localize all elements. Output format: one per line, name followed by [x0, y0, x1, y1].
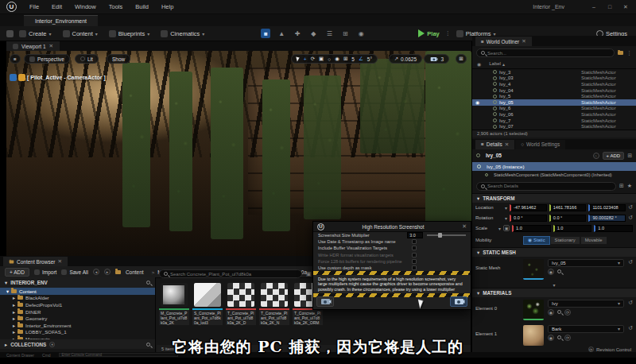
save-all-button[interactable]: Save All: [61, 269, 88, 275]
multiplier-value-field[interactable]: 3.0: [407, 232, 422, 238]
sources-header[interactable]: ▾INTERIOR_ENV: [0, 277, 155, 288]
create-button[interactable]: Create▾: [14, 30, 57, 37]
add-component-button[interactable]: + ADD: [603, 152, 625, 160]
rotate-tool-icon[interactable]: ⟳: [311, 56, 315, 62]
reset-mesh-icon[interactable]: ↺: [628, 259, 633, 265]
reset-material0-icon[interactable]: ↺: [628, 300, 633, 306]
save-icon[interactable]: [6, 30, 14, 37]
material-options-icon[interactable]: ⟳: [564, 309, 571, 316]
rotation-label[interactable]: Rotation: [475, 215, 502, 220]
new-folder-icon[interactable]: [618, 51, 623, 55]
specify-region-button[interactable]: [316, 296, 334, 307]
grid-snap-value[interactable]: 5: [351, 56, 355, 62]
maximize-viewport-button[interactable]: ⊞: [456, 54, 467, 64]
mobility-movable-button[interactable]: Movable: [580, 236, 607, 245]
modes-landscape-icon[interactable]: ▲: [277, 29, 286, 38]
eject-pilot-icon[interactable]: [18, 74, 25, 81]
material1-dropdown[interactable]: Bark▾: [548, 325, 624, 333]
rotation-z-field[interactable]: 90.000282 °: [588, 215, 626, 222]
outliner-tab-close-icon[interactable]: ✕: [522, 38, 525, 45]
menu-window[interactable]: Window: [68, 3, 103, 10]
outliner-search-input[interactable]: [487, 51, 610, 56]
outliner-row[interactable]: Ivy_6StaticMeshActor: [472, 106, 636, 112]
browse-to-icon[interactable]: [557, 310, 561, 314]
modes-brush-icon[interactable]: ⊞: [340, 29, 350, 38]
outliner-search[interactable]: [476, 48, 615, 57]
minimize-icon[interactable]: –: [588, 2, 599, 11]
viewport-options-button[interactable]: ≡: [10, 54, 21, 64]
location-y-field[interactable]: 1461.78166: [549, 204, 587, 211]
outliner-row[interactable]: Ivy_03StaticMeshActor: [472, 76, 636, 82]
tab-world-settings[interactable]: ○ World Settings: [515, 140, 565, 149]
maximize-icon[interactable]: □: [604, 2, 615, 11]
back-icon[interactable]: ◂: [93, 269, 99, 275]
content-button[interactable]: Content▾: [57, 30, 103, 37]
menu-file[interactable]: File: [23, 3, 45, 10]
import-button[interactable]: Import: [34, 269, 56, 275]
outliner-row[interactable]: Ivy_4StaticMeshActor: [472, 81, 636, 87]
material0-dropdown[interactable]: Ivy▾: [548, 300, 624, 308]
location-z-field[interactable]: 1101.023408: [588, 204, 626, 211]
play-button[interactable]: Play: [413, 29, 444, 37]
dialog-close-icon[interactable]: ✕: [462, 223, 467, 230]
rotation-y-field[interactable]: 0.0 °: [549, 215, 587, 222]
menu-build[interactable]: Build: [129, 3, 155, 10]
cinematics-button[interactable]: Cinematics▾: [155, 30, 210, 37]
camera-shortcuts-button[interactable]: 3: [424, 54, 449, 64]
camera-speed-button[interactable]: ↗ 0.0625: [389, 54, 422, 64]
play-options-kebab-icon[interactable]: ⋮: [445, 30, 451, 37]
add-button[interactable]: + ADD: [5, 268, 29, 277]
scale-lock-icon[interactable]: ▣: [503, 225, 510, 231]
tab-details[interactable]: ≡ Details ✕: [475, 140, 514, 149]
asset-tile-texture[interactable]: T_Concrete_Plant_Pot_ul7d8k0a_2K_N: [259, 281, 289, 325]
component-row[interactable]: StaticMeshComponent (StaticMeshComponent…: [472, 171, 636, 180]
rotation-snap-value[interactable]: 5°: [367, 56, 372, 62]
rotation-snap-icon[interactable]: ∠: [359, 56, 363, 62]
slider-handle[interactable]: [438, 233, 442, 238]
close-icon[interactable]: ✕: [620, 2, 631, 11]
modes-meshpaint-icon[interactable]: ◆: [308, 29, 318, 38]
tree-item[interactable]: ▸DefectPropsVol1: [0, 301, 155, 308]
modes-select-icon[interactable]: ■: [261, 29, 270, 38]
outliner-row[interactable]: Ivy_06StaticMeshActor: [472, 111, 636, 118]
modes-animation-icon[interactable]: ◉: [356, 29, 366, 38]
move-tool-icon[interactable]: +: [304, 56, 307, 62]
save-search-icon[interactable]: ▣: [306, 271, 312, 277]
static-mesh-dropdown[interactable]: Ivy_05▾: [548, 259, 624, 267]
tree-item-content[interactable]: ▾Content: [0, 288, 155, 295]
scale-z-field[interactable]: 1.0: [594, 225, 633, 232]
label-column-header[interactable]: Label: [489, 61, 501, 67]
modes-fracture-icon[interactable]: ☰: [324, 29, 334, 38]
instance-row[interactable]: Ivy_05 (Instance): [472, 162, 636, 171]
scale-tool-icon[interactable]: ▣: [319, 56, 324, 62]
world-space-icon[interactable]: ○: [328, 56, 331, 62]
browse-to-icon[interactable]: [557, 269, 561, 273]
scale-label[interactable]: Scale: [475, 226, 496, 230]
use-selected-icon[interactable]: ◉: [548, 269, 554, 275]
location-label[interactable]: Location: [475, 205, 502, 210]
outliner-row[interactable]: Ivy_3StaticMeshActor: [472, 69, 636, 76]
pilot-camera-icon[interactable]: [10, 74, 17, 81]
perspective-button[interactable]: Perspective: [24, 54, 70, 64]
details-filter-grid-icon[interactable]: ⊞: [619, 183, 624, 189]
menu-tools[interactable]: Tools: [103, 3, 130, 10]
surface-snap-icon[interactable]: ◉: [335, 56, 339, 62]
scale-y-field[interactable]: 1.0: [553, 225, 592, 232]
multiplier-slider[interactable]: [427, 234, 466, 236]
details-expand-icon[interactable]: ⊞: [627, 153, 632, 159]
use-selected-icon[interactable]: ◉: [548, 309, 554, 316]
content-browser-tab-close-icon[interactable]: ✕: [57, 258, 61, 265]
tab-viewport-1[interactable]: Viewport 1 ✕: [6, 41, 60, 51]
menu-help[interactable]: Help: [155, 3, 180, 10]
mobility-static-button[interactable]: ◉Static: [523, 236, 550, 245]
location-x-field[interactable]: -47.961462: [510, 204, 547, 211]
outliner-row-selected[interactable]: ◉Ivy_05StaticMeshActor: [472, 99, 636, 106]
asset-tile-texture[interactable]: T_Concrete_Plant_Pot_ul7d8k0a_2K_D: [226, 281, 256, 325]
custom-depth-checkbox[interactable]: [412, 265, 417, 270]
asset-tile-material[interactable]: M_Concrete_Plant_Pot_ul7d8k0a_2K: [159, 281, 189, 325]
asset-search[interactable]: [159, 269, 302, 278]
material0-thumbnail[interactable]: [523, 300, 544, 320]
rotation-x-field[interactable]: 0.0 °: [510, 215, 547, 222]
asset-search-input[interactable]: [170, 272, 297, 277]
show-button[interactable]: Show: [107, 54, 130, 64]
